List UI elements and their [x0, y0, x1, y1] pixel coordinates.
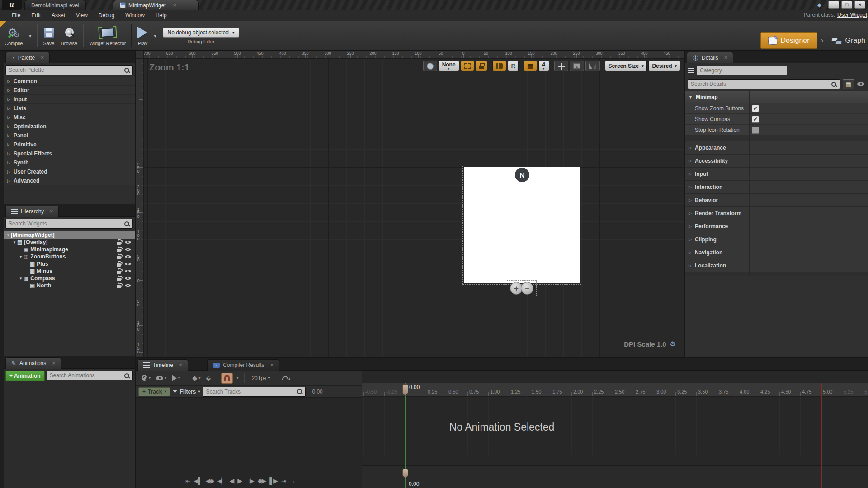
- property-matrix-button[interactable]: ▦: [843, 79, 854, 89]
- mirror-preview-button[interactable]: [585, 61, 600, 71]
- animation-options-dropdown[interactable]: ▾: [139, 374, 152, 383]
- menu-window[interactable]: Window: [120, 11, 150, 20]
- palette-category-lists[interactable]: ▷Lists: [4, 104, 135, 113]
- search-widgets-input[interactable]: [6, 221, 124, 227]
- compile-options-chevron-icon[interactable]: ▾: [29, 33, 31, 38]
- play-reverse-button[interactable]: ◀: [230, 477, 234, 484]
- menu-debug[interactable]: Debug: [93, 11, 120, 20]
- palette-category-panel[interactable]: ▷Panel: [4, 131, 135, 140]
- details-section-minimap[interactable]: ▼Minimap: [685, 91, 868, 103]
- play-button[interactable]: Play: [137, 26, 147, 46]
- snapping-toggle-button[interactable]: [221, 373, 233, 384]
- palette-category-advanced[interactable]: ▷Advanced: [4, 176, 135, 185]
- lock-icon[interactable]: [117, 242, 121, 245]
- hierarchy-item-compass[interactable]: ▼▥Compass: [4, 275, 135, 282]
- hierarchy-item-north[interactable]: ▣North: [4, 282, 135, 289]
- search-tracks-input[interactable]: [203, 389, 297, 395]
- details-section-appearance[interactable]: ▷Appearance: [685, 141, 868, 155]
- zoom-out-widget-button[interactable]: –: [521, 282, 533, 295]
- search-details-input[interactable]: [688, 81, 831, 87]
- auto-key-button[interactable]: ◆: [204, 374, 213, 383]
- play-forward-button[interactable]: ▶: [237, 477, 241, 484]
- visibility-eye-icon[interactable]: [125, 247, 131, 252]
- visibility-eye-icon[interactable]: [125, 254, 131, 259]
- flow-direction-dropdown[interactable]: None ▾: [439, 61, 459, 71]
- menu-help[interactable]: Help: [150, 11, 172, 20]
- track-filters-dropdown[interactable]: Filters ▾: [173, 389, 200, 395]
- parent-class-link[interactable]: User Widget: [837, 12, 867, 18]
- details-section-interaction[interactable]: ▷Interaction: [685, 181, 868, 194]
- curve-editor-icon[interactable]: [281, 375, 290, 381]
- search-palette-input[interactable]: [6, 67, 124, 73]
- debug-object-dropdown[interactable]: No debug object selected ▾: [163, 28, 240, 38]
- designer-mode-button[interactable]: Designer: [760, 32, 817, 49]
- frame-rate-dropdown[interactable]: 20 fps ▾: [249, 375, 273, 381]
- loop-mode-button[interactable]: →: [290, 477, 295, 484]
- palette-category-special-effects[interactable]: ▷Special Effects: [4, 149, 135, 158]
- lock-icon[interactable]: [117, 278, 121, 281]
- next-frame-button[interactable]: ▕▶: [245, 477, 254, 484]
- grid-snapping-toggle[interactable]: ▦: [524, 61, 537, 71]
- menu-asset[interactable]: Asset: [46, 11, 71, 20]
- dpi-settings-gear-icon[interactable]: ⚙: [670, 340, 676, 348]
- compile-button[interactable]: ⚙ ⚙ ✔ Compile: [5, 26, 23, 46]
- to-end-button[interactable]: ⇥: [281, 477, 286, 484]
- save-button[interactable]: Save: [43, 26, 54, 46]
- hierarchy-item-overlay[interactable]: ▼▤[Overlay]: [4, 239, 135, 246]
- expander-icon[interactable]: ▼: [18, 255, 24, 259]
- hierarchy-item-zoombuttons[interactable]: ▼◫ZoomButtons: [4, 253, 135, 260]
- respect-locks-toggle[interactable]: [492, 61, 506, 71]
- screenshot-button[interactable]: [570, 61, 584, 71]
- timeline-ruler-top[interactable]: -0.50-0.250.250.500.751.001.251.501.752.…: [362, 383, 868, 397]
- palette-category-misc[interactable]: ▷Misc: [4, 113, 135, 122]
- close-tab-icon[interactable]: ×: [50, 208, 53, 215]
- screen-size-dropdown[interactable]: Screen Size ▾: [605, 61, 647, 71]
- visibility-eye-icon[interactable]: [125, 268, 131, 274]
- rotation-mode-button[interactable]: R: [508, 61, 519, 71]
- category-input[interactable]: [697, 67, 787, 74]
- checkbox-show-compas[interactable]: ✔: [752, 116, 759, 123]
- hierarchy-item-plus[interactable]: ▣Plus: [4, 260, 135, 267]
- to-previous-shot-button[interactable]: ◀▌: [194, 477, 202, 484]
- palette-category-primitive[interactable]: ▷Primitive: [4, 140, 135, 149]
- close-tab-icon[interactable]: ×: [724, 55, 727, 61]
- view-options-dropdown[interactable]: ▾: [154, 374, 168, 382]
- previous-frame-button[interactable]: ◀▏: [217, 477, 226, 484]
- tab-timeline[interactable]: Timeline ×: [137, 359, 188, 371]
- details-section-navigation[interactable]: ▷Navigation: [685, 246, 868, 259]
- palette-category-user-created[interactable]: ▷User Created: [4, 167, 135, 176]
- tab-compiler-results[interactable]: >_ Compiler Results ×: [207, 359, 279, 371]
- display-filter-eye-icon[interactable]: [857, 81, 864, 87]
- minimize-button[interactable]: —: [828, 1, 839, 9]
- hierarchy-item-minus[interactable]: ▣Minus: [4, 267, 135, 275]
- lock-icon[interactable]: [117, 285, 121, 288]
- tutorial-corner-marker[interactable]: [0, 21, 6, 28]
- lock-icon[interactable]: [117, 256, 121, 259]
- left-splitter[interactable]: [135, 51, 136, 488]
- palette-category-input[interactable]: ▷Input: [4, 95, 135, 104]
- graph-mode-button[interactable]: Graph: [827, 32, 868, 49]
- search-animations-input[interactable]: [47, 372, 124, 379]
- close-tab-icon[interactable]: ×: [270, 362, 273, 368]
- designer-canvas[interactable]: N + – 7006506005505004504003503002502001…: [136, 51, 684, 357]
- close-tab-icon[interactable]: ×: [41, 55, 44, 61]
- add-track-button[interactable]: + Track ▾: [138, 387, 170, 396]
- expander-icon[interactable]: ▼: [18, 277, 24, 281]
- close-tab-icon[interactable]: ×: [52, 360, 55, 366]
- close-window-button[interactable]: ×: [854, 1, 865, 9]
- snapping-options-dropdown[interactable]: ▾: [235, 375, 240, 381]
- tab-details[interactable]: 🛈 Details ×: [687, 52, 733, 63]
- details-section-render-transform[interactable]: ▷Render Transform: [685, 207, 868, 220]
- to-next-shot-button[interactable]: ▌▶: [269, 477, 277, 484]
- minimap-widget-preview[interactable]: N: [464, 167, 580, 283]
- lock-icon[interactable]: [117, 249, 121, 252]
- details-section-accessibility[interactable]: ▷Accessibility: [685, 155, 868, 168]
- grid-snap-size-dropdown[interactable]: 4 ▾: [538, 61, 549, 71]
- checkbox-show-zoom-buttons[interactable]: ✔: [752, 105, 759, 112]
- lock-icon[interactable]: [117, 263, 121, 267]
- details-section-input[interactable]: ▷Input: [685, 168, 868, 181]
- next-key-button[interactable]: ◆▶: [258, 477, 266, 484]
- visibility-eye-icon[interactable]: [125, 283, 131, 288]
- tab-hierarchy[interactable]: Hierarchy ×: [5, 206, 59, 217]
- restore-button[interactable]: □: [841, 1, 852, 9]
